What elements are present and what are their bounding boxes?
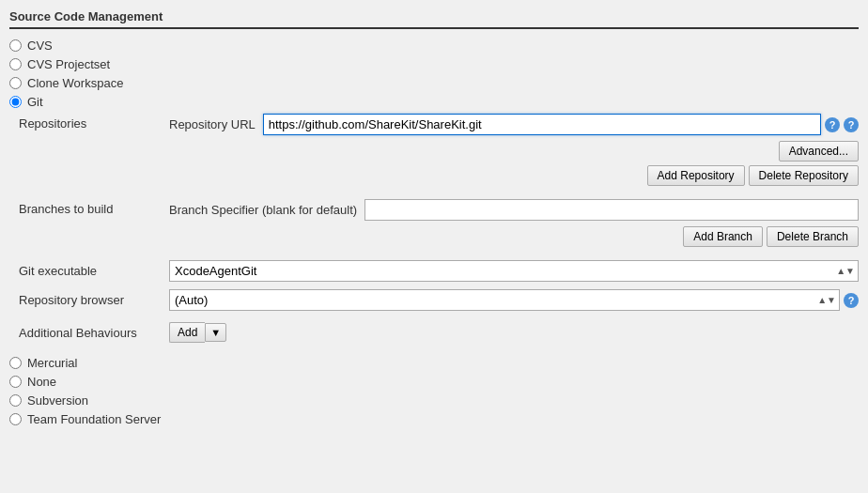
git-executable-label: Git executable: [19, 264, 169, 278]
delete-repository-button[interactable]: Delete Repository: [749, 165, 859, 186]
cvs-label: CVS: [27, 39, 53, 53]
cvs-projectset-option[interactable]: CVS Projectset: [9, 57, 859, 71]
mercurial-radio[interactable]: [9, 357, 22, 369]
cvs-projectset-radio[interactable]: [9, 58, 22, 70]
extra-help-icon[interactable]: ?: [844, 117, 859, 132]
additional-behaviours-label: Additional Behaviours: [19, 326, 169, 340]
repository-browser-label: Repository browser: [19, 293, 169, 307]
repository-browser-wrapper: (Auto) githubweb gitoriousweb ▲▼: [169, 289, 840, 311]
add-repository-button[interactable]: Add Repository: [647, 165, 745, 186]
cvs-option[interactable]: CVS: [9, 39, 859, 53]
git-option[interactable]: Git: [9, 95, 859, 109]
repository-browser-select[interactable]: (Auto) githubweb gitoriousweb: [169, 289, 840, 311]
git-radio[interactable]: [9, 96, 22, 108]
delete-branch-button[interactable]: Delete Branch: [767, 226, 859, 247]
branch-specifier-label: Branch Specifier (blank for default): [169, 203, 357, 217]
team-foundation-option[interactable]: Team Foundation Server: [9, 412, 859, 426]
add-branch-button[interactable]: Add Branch: [683, 226, 763, 247]
repo-url-help-icon[interactable]: ?: [825, 117, 840, 132]
add-behaviour-dropdown: Add ▼: [169, 322, 226, 343]
none-option[interactable]: None: [9, 375, 859, 389]
cvs-radio[interactable]: [9, 39, 22, 52]
git-executable-select[interactable]: XcodeAgentGit Default Custom: [169, 260, 859, 282]
git-executable-wrapper: XcodeAgentGit Default Custom ▲▼: [169, 260, 859, 282]
none-label: None: [27, 375, 56, 389]
cvs-projectset-label: CVS Projectset: [27, 57, 110, 71]
git-label: Git: [27, 95, 43, 109]
add-behaviour-main-button[interactable]: Add: [169, 322, 205, 343]
clone-workspace-radio[interactable]: [9, 77, 22, 89]
repo-url-label: Repository URL: [169, 117, 256, 131]
team-foundation-radio[interactable]: [9, 413, 22, 425]
section-title: Source Code Management: [9, 9, 859, 29]
mercurial-label: Mercurial: [27, 356, 77, 370]
branches-label: Branches to build: [19, 199, 169, 251]
repository-browser-help-icon[interactable]: ?: [844, 293, 859, 308]
subversion-radio[interactable]: [9, 394, 22, 407]
none-radio[interactable]: [9, 376, 22, 388]
add-behaviour-arrow-button[interactable]: ▼: [205, 323, 226, 342]
branch-specifier-input[interactable]: [364, 199, 859, 221]
mercurial-option[interactable]: Mercurial: [9, 356, 859, 370]
subversion-label: Subversion: [27, 393, 88, 408]
repositories-label: Repositories: [19, 114, 169, 190]
clone-workspace-option[interactable]: Clone Workspace: [9, 76, 859, 90]
subversion-option[interactable]: Subversion: [9, 393, 859, 408]
repo-url-input[interactable]: [263, 114, 821, 135]
team-foundation-label: Team Foundation Server: [27, 412, 161, 426]
clone-workspace-label: Clone Workspace: [27, 76, 123, 90]
advanced-button[interactable]: Advanced...: [779, 141, 859, 162]
